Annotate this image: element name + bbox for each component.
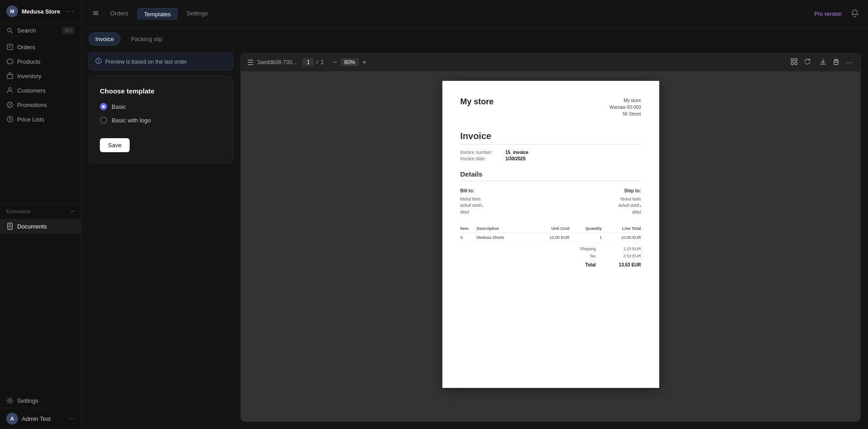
shipping-label: Shipping: [569, 247, 596, 251]
sidebar-item-documents[interactable]: Documents: [0, 219, 81, 233]
pdf-more-icon[interactable]: ⋯: [845, 57, 854, 68]
row-unit-cost: 10.00 EUR: [530, 233, 569, 242]
pdf-zoom-value: 80%: [341, 58, 359, 66]
sidebar-header: M Medusa Store ···: [0, 0, 81, 23]
extensions-section: Extensions −: [0, 203, 81, 219]
sidebar: M Medusa Store ··· Search ⌘K Orders: [0, 0, 81, 429]
search-shortcut: ⌘K: [62, 27, 75, 34]
svg-rect-6: [7, 75, 13, 79]
radio-basic-with-logo-label: Basic with logo: [112, 117, 151, 124]
pdf-page-input[interactable]: [303, 58, 314, 66]
notification-icon[interactable]: [851, 9, 859, 19]
pdf-fit-icon[interactable]: [789, 57, 799, 68]
col-unit-cost: Unit Cost: [530, 224, 569, 233]
save-button[interactable]: Save: [100, 138, 130, 152]
invoice-number-value: 15_invoice: [506, 150, 529, 155]
invoice-details-title: Details: [460, 170, 641, 181]
tab-settings[interactable]: Settings: [179, 5, 215, 23]
invoice-addresses: Bill to: fdsfsd fdsfs dsfsdf dsfdfد dfds…: [460, 187, 641, 215]
sidebar-toggle-icon[interactable]: [90, 8, 101, 20]
radio-basic[interactable]: [100, 103, 107, 110]
col-quantity: Quantity: [569, 224, 602, 233]
zoom-out-button[interactable]: −: [331, 57, 338, 67]
sidebar-item-price-lists[interactable]: Price Lists: [0, 112, 81, 126]
invoice-header: My store My store Warsaw 00-000 56 Stree…: [460, 97, 641, 117]
main-tabs: Orders Templates Settings: [103, 5, 812, 23]
tax-label: Tax: [569, 254, 596, 258]
invoice-number-row: Invoice number: 15_invoice: [460, 150, 641, 155]
orders-icon: [6, 43, 14, 51]
svg-rect-26: [834, 62, 838, 65]
sub-tab-invoice[interactable]: Invoice: [89, 33, 121, 46]
invoice-ship-to: Ship to: fdsfsd fdsfs dsfsdf dsfdfد dfds…: [618, 187, 641, 215]
shipping-value: 1.23 EUR: [610, 247, 641, 251]
pdf-refresh-icon[interactable]: [802, 57, 812, 68]
svg-rect-21: [791, 59, 793, 61]
total-value: 13.53 EUR: [610, 262, 641, 267]
sidebar-item-inventory-label: Inventory: [17, 73, 41, 79]
pdf-download-icon[interactable]: [818, 57, 828, 68]
sidebar-item-products[interactable]: Products: [0, 54, 81, 69]
tab-templates[interactable]: Templates: [137, 8, 178, 20]
pdf-print-icon[interactable]: [831, 57, 841, 68]
sidebar-item-orders-label: Orders: [17, 44, 35, 51]
shipping-row: Shipping 1.23 EUR: [460, 245, 641, 252]
col-line-total: Line Total: [602, 224, 641, 233]
svg-point-28: [837, 61, 838, 61]
sidebar-item-documents-label: Documents: [17, 223, 47, 230]
sidebar-item-orders[interactable]: Orders: [0, 40, 81, 54]
sidebar-item-inventory[interactable]: Inventory: [0, 69, 81, 83]
products-icon: [6, 58, 14, 65]
sidebar-footer: A Admin Test ···: [0, 408, 81, 429]
radio-basic-label: Basic: [112, 103, 126, 110]
radio-basic-with-logo[interactable]: [100, 117, 107, 124]
invoice-meta: Invoice number: 15_invoice Invoice date:…: [460, 150, 641, 161]
svg-rect-16: [93, 13, 99, 14]
row-item: S: [460, 233, 477, 242]
pdf-page-total: 1: [321, 59, 324, 65]
invoice-table: Item Description Unit Cost Quantity Line…: [460, 224, 641, 242]
template-option-basic[interactable]: Basic: [100, 103, 222, 110]
svg-rect-15: [93, 11, 99, 12]
invoice-totals: Shipping 1.23 EUR Tax 2.53 EUR Total 13.…: [460, 245, 641, 269]
svg-marker-5: [7, 59, 13, 64]
pdf-menu-icon[interactable]: ☰: [247, 58, 253, 67]
pdf-content: My store My store Warsaw 00-000 56 Stree…: [241, 72, 860, 421]
total-row: Total 13.53 EUR: [460, 260, 641, 269]
zoom-in-button[interactable]: +: [361, 57, 368, 67]
sidebar-item-customers[interactable]: Customers: [0, 83, 81, 98]
store-menu-dots[interactable]: ···: [66, 7, 75, 15]
svg-point-14: [9, 400, 11, 402]
admin-menu-dots[interactable]: ···: [69, 415, 75, 423]
table-row: S Medusa Shorts 10.00 EUR 1 10.00 EUR: [460, 233, 641, 242]
sub-tab-packing-slip[interactable]: Packing slip: [124, 33, 169, 46]
sidebar-item-products-label: Products: [17, 58, 40, 65]
store-name: Medusa Store: [22, 8, 60, 15]
col-description: Description: [477, 224, 530, 233]
template-option-basic-with-logo[interactable]: Basic with logo: [100, 117, 222, 124]
svg-rect-17: [93, 14, 99, 15]
svg-rect-22: [795, 59, 797, 61]
sidebar-nav: Orders Products Inventory Customers: [0, 38, 81, 201]
extensions-collapse[interactable]: −: [70, 207, 75, 215]
invoice-store-address: My store Warsaw 00-000 56 Street: [610, 97, 641, 117]
row-line-total: 10.00 EUR: [602, 233, 641, 242]
search-item[interactable]: Search ⌘K: [0, 23, 81, 38]
documents-icon: [6, 223, 14, 230]
tab-orders[interactable]: Orders: [103, 5, 136, 23]
pro-version-label[interactable]: Pro version: [814, 11, 842, 17]
sidebar-item-promotions-label: Promotions: [17, 102, 47, 108]
svg-line-1: [11, 31, 13, 33]
inventory-icon: [6, 72, 14, 79]
price-lists-icon: [6, 116, 14, 123]
content-area: Preview is based on the last order Choos…: [81, 46, 868, 429]
admin-avatar: A: [6, 413, 18, 424]
sidebar-item-promotions[interactable]: Promotions: [0, 98, 81, 112]
customers-icon: [6, 87, 14, 94]
sidebar-item-price-lists-label: Price Lists: [17, 116, 44, 123]
svg-point-20: [98, 59, 99, 60]
preview-notice-text: Preview is based on the last order: [105, 59, 187, 65]
settings-label: Settings: [17, 397, 38, 404]
sidebar-settings[interactable]: Settings: [0, 393, 81, 408]
promotions-icon: [6, 101, 14, 108]
